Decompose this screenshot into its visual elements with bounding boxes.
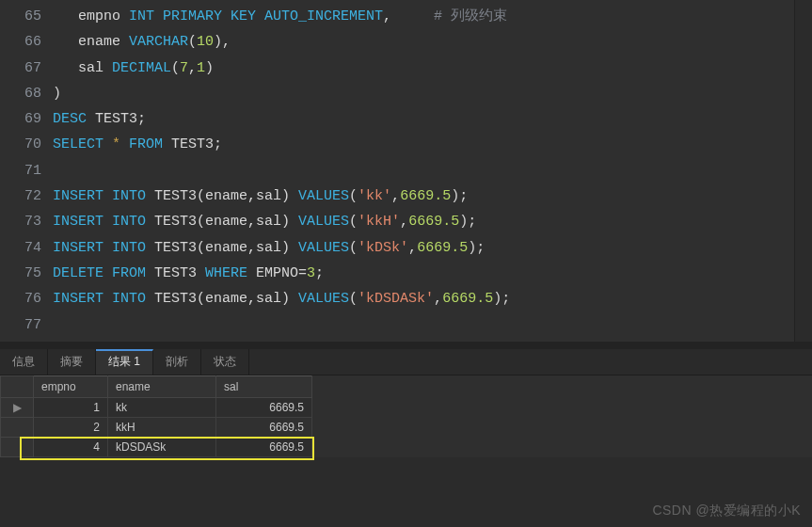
- results-tabs: 信息摘要结果 1剖析状态: [0, 349, 812, 375]
- line-number: 77: [0, 312, 53, 338]
- line-number: 70: [0, 132, 53, 157]
- code-line[interactable]: [53, 312, 812, 338]
- line-number: 76: [0, 286, 53, 311]
- line-number: 67: [0, 56, 53, 81]
- panel-divider[interactable]: [0, 342, 812, 349]
- cell-sal[interactable]: 6669.5: [216, 398, 312, 418]
- results-panel: empnoenamesal▶1kk6669.52kkH6669.54kDSDAS…: [0, 375, 812, 457]
- code-line[interactable]: empno INT PRIMARY KEY AUTO_INCREMENT, # …: [53, 4, 812, 29]
- cell-ename[interactable]: kk: [108, 398, 216, 418]
- tab-状态[interactable]: 状态: [201, 349, 249, 375]
- column-header-sal[interactable]: sal: [216, 376, 312, 398]
- code-line[interactable]: INSERT INTO TEST3(ename,sal) VALUES('kkH…: [53, 209, 812, 234]
- line-number: 65: [0, 4, 53, 29]
- column-header-empno[interactable]: empno: [34, 376, 108, 398]
- code-line[interactable]: ename VARCHAR(10),: [53, 29, 812, 55]
- cell-empno[interactable]: 4: [34, 438, 108, 457]
- table-row[interactable]: 4kDSDASk6669.5: [1, 438, 312, 457]
- cell-sal[interactable]: 6669.5: [216, 438, 312, 457]
- code-line[interactable]: ): [53, 81, 812, 106]
- line-number: 69: [0, 106, 53, 132]
- code-content[interactable]: empno INT PRIMARY KEY AUTO_INCREMENT, # …: [53, 0, 812, 342]
- cell-ename[interactable]: kkH: [108, 418, 216, 438]
- code-line[interactable]: [53, 158, 812, 184]
- cell-empno[interactable]: 2: [34, 418, 108, 438]
- results-grid[interactable]: empnoenamesal▶1kk6669.52kkH6669.54kDSDAS…: [0, 375, 312, 457]
- line-number: 68: [0, 81, 53, 106]
- line-number: 74: [0, 235, 53, 261]
- code-line[interactable]: INSERT INTO TEST3(ename,sal) VALUES('kDS…: [53, 235, 812, 261]
- code-editor[interactable]: 65666768697071727374757677 empno INT PRI…: [0, 0, 812, 342]
- code-line[interactable]: DESC TEST3;: [53, 106, 812, 132]
- table-row[interactable]: ▶1kk6669.5: [1, 398, 312, 418]
- cell-ename[interactable]: kDSDASk: [108, 438, 216, 457]
- line-number: 71: [0, 158, 53, 184]
- watermark-text: CSDN @热爱编程的小K: [652, 503, 801, 519]
- code-line[interactable]: INSERT INTO TEST3(ename,sal) VALUES('kk'…: [53, 184, 812, 209]
- tab-信息[interactable]: 信息: [0, 349, 48, 375]
- cell-empno[interactable]: 1: [34, 398, 108, 418]
- row-marker: [1, 438, 34, 457]
- row-marker: ▶: [1, 398, 34, 418]
- column-header-ename[interactable]: ename: [108, 376, 216, 398]
- tab-摘要[interactable]: 摘要: [48, 349, 96, 375]
- line-number: 72: [0, 184, 53, 209]
- tab-结果 1[interactable]: 结果 1: [96, 349, 153, 375]
- tab-剖析[interactable]: 剖析: [153, 349, 201, 375]
- line-number: 66: [0, 29, 53, 55]
- row-marker: [1, 418, 34, 438]
- code-line[interactable]: INSERT INTO TEST3(ename,sal) VALUES('kDS…: [53, 286, 812, 311]
- line-number-gutter: 65666768697071727374757677: [0, 0, 53, 342]
- grid-header-row: empnoenamesal: [1, 376, 312, 398]
- code-line[interactable]: SELECT * FROM TEST3;: [53, 132, 812, 157]
- code-line[interactable]: sal DECIMAL(7,1): [53, 56, 812, 81]
- table-row[interactable]: 2kkH6669.5: [1, 418, 312, 438]
- line-number: 75: [0, 261, 53, 286]
- cell-sal[interactable]: 6669.5: [216, 418, 312, 438]
- line-number: 73: [0, 209, 53, 234]
- minimap-gutter: [794, 0, 812, 342]
- row-marker-header: [1, 376, 34, 398]
- code-line[interactable]: DELETE FROM TEST3 WHERE EMPNO=3;: [53, 261, 812, 286]
